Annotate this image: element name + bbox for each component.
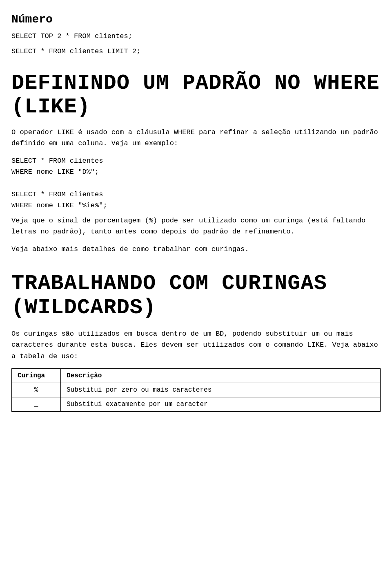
- definindo-body: O operador LIKE é usado com a cláusula W…: [11, 127, 381, 149]
- table-cell-curinga: _: [12, 397, 61, 411]
- veja-abaixo-body: Veja abaixo mais detalhes de como trabal…: [11, 244, 381, 255]
- code-select-limit: SELECT * FROM clientes LIMIT 2;: [11, 46, 381, 57]
- definindo-heading: DEFININDO UM PADRÃO NO WHERE (LIKE): [11, 72, 381, 118]
- wildcards-table: Curinga Descrição %Substitui por zero ou…: [11, 368, 381, 412]
- table-header-curinga: Curinga: [12, 368, 61, 383]
- curinga-body: Veja que o sinal de porcentagem (%) pode…: [11, 215, 381, 237]
- table-cell-descricao: Substitui exatamente por um caracter: [61, 397, 381, 411]
- wildcards-body: Os curingas são utilizados em busca dent…: [11, 328, 381, 362]
- code-like-examples: SELECT * FROM clientes WHERE nome LIKE "…: [11, 155, 381, 211]
- table-cell-descricao: Substitui por zero ou mais caracteres: [61, 383, 381, 397]
- code-select-top: SELECT TOP 2 * FROM clientes;: [11, 31, 381, 42]
- table-header-descricao: Descrição: [61, 368, 381, 383]
- trabalhando-heading: TRABALHANDO COM CURINGAS (WILDCARDS): [11, 271, 381, 321]
- table-row: %Substitui por zero ou mais caracteres: [12, 383, 381, 397]
- table-row: _Substitui exatamente por um caracter: [12, 397, 381, 411]
- table-cell-curinga: %: [12, 383, 61, 397]
- numero-heading: Número: [11, 13, 381, 26]
